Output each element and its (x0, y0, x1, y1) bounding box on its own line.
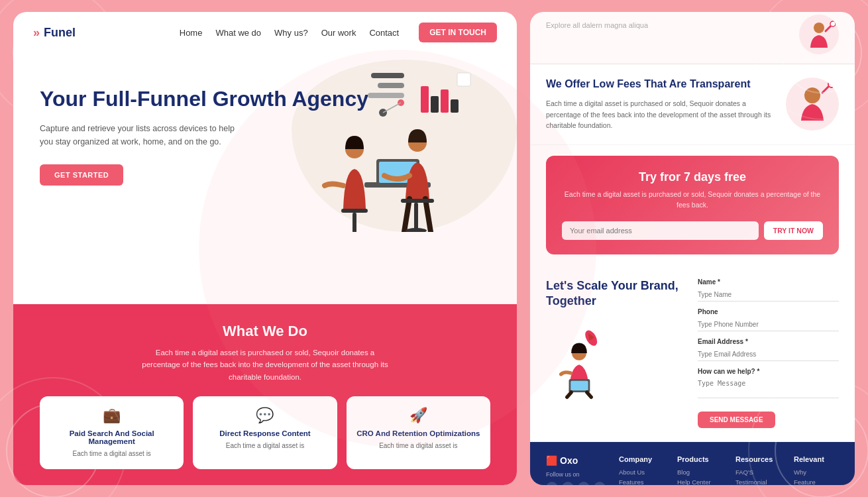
email-label: Email Address * (698, 338, 839, 345)
hero-cta-button[interactable]: GET STARTED (40, 164, 123, 186)
form-group-name: Name * (698, 278, 839, 302)
feature-text: We Offer Low Fees That Are Transparent E… (546, 78, 775, 131)
footer-blog[interactable]: Blog (677, 469, 722, 476)
hero-svg (278, 53, 497, 232)
social-instagram[interactable]: ◉ (562, 482, 574, 485)
phone-label: Phone (698, 308, 839, 315)
main-container: » Funel Home What we do Why us? Our work… (0, 0, 868, 497)
contact-section: Let's Scale Your Brand, Together (530, 265, 855, 442)
logo[interactable]: » Funel (33, 26, 76, 40)
svg-rect-39 (570, 381, 588, 391)
svg-rect-26 (353, 213, 356, 232)
service-card-1: 💼 Paid Search And Social Management Each… (40, 396, 184, 469)
footer-testimonial[interactable]: Testimonial (735, 478, 781, 485)
contact-form: Name * Phone Email Address * (698, 278, 839, 428)
service-card-1-title: Paid Search And Social Management (49, 429, 174, 445)
name-label: Name * (698, 278, 839, 286)
svg-rect-10 (378, 83, 404, 88)
footer-col-resources: Resources FAQ'S Testimonial Terms & Cond… (735, 455, 781, 485)
social-twitter[interactable]: t (578, 482, 590, 485)
service-card-3-desc: Each time a digital asset is (356, 441, 481, 451)
service-card-2-desc: Each time a digital asset is (202, 441, 327, 451)
svg-point-31 (814, 23, 824, 33)
hero-subtitle: Capture and retrieve your lists across d… (40, 122, 239, 148)
contact-title: Let's Scale Your Brand, Together (546, 278, 687, 309)
nav-contact[interactable]: Contact (369, 28, 399, 38)
footer-socials: f ◉ t ▶ (546, 482, 606, 485)
footer-follow-text: Follow us on (546, 471, 606, 478)
nav-our-work[interactable]: Our work (321, 28, 356, 38)
top-fade-image (799, 15, 839, 54)
footer-col-products: Products Blog Help Center Contact (677, 455, 722, 485)
form-group-email: Email Address * (698, 338, 839, 361)
service-cards: 💼 Paid Search And Social Management Each… (40, 396, 490, 469)
trial-email-input[interactable] (562, 221, 759, 240)
trial-title: Try fror 7 days free (562, 170, 823, 184)
nav-why-us[interactable]: Why us? (274, 28, 308, 38)
right-top-fade: Explore all dalern magna aliqua (530, 12, 855, 64)
svg-line-30 (383, 103, 401, 113)
footer-col-relevant: Relevant Why Feature Customer (794, 455, 839, 485)
service-card-2-icon: 💬 (202, 407, 327, 424)
footer-features[interactable]: Features (619, 478, 664, 485)
svg-rect-25 (341, 209, 368, 213)
form-group-message: How can we help? * (698, 368, 839, 401)
feature-image (786, 78, 839, 131)
svg-rect-13 (431, 96, 439, 113)
nav-home[interactable]: Home (180, 28, 203, 38)
svg-point-23 (406, 228, 427, 232)
svg-rect-22 (414, 203, 418, 229)
nav-cta-button[interactable]: GET IN TOUCH (419, 23, 497, 42)
email-input[interactable] (698, 348, 839, 361)
phone-input[interactable] (698, 318, 839, 331)
service-card-1-icon: 💼 (49, 407, 174, 424)
svg-point-34 (828, 81, 835, 87)
social-facebook[interactable]: f (546, 482, 558, 485)
pink-section-desc: Each time a digital asset is purchased o… (139, 347, 391, 383)
send-message-button[interactable]: SEND MESSAGE (698, 412, 775, 428)
footer-about[interactable]: About Us (619, 469, 664, 476)
social-youtube[interactable]: ▶ (594, 482, 606, 485)
footer-faqs[interactable]: FAQ'S (735, 469, 781, 476)
service-card-2: 💬 Direct Response Content Each time a di… (193, 396, 337, 469)
logo-text: Funel (44, 26, 76, 40)
footer: 🟥 Oxo Follow us on f ◉ t ▶ Company About… (530, 442, 855, 485)
footer-products-title: Products (677, 455, 722, 463)
feature-desc: Each time a digital asset is purchased o… (546, 98, 775, 131)
logo-icon: » (33, 26, 40, 40)
footer-col-company: Company About Us Features Pricing (619, 455, 664, 485)
nav-links: Home What we do Why us? Our work Contact (180, 28, 399, 38)
svg-rect-12 (421, 86, 429, 113)
hero-illustration (265, 53, 504, 239)
footer-feature[interactable]: Feature (794, 478, 839, 485)
footer-logo-text: Oxo (560, 455, 578, 466)
nav-what-we-do[interactable]: What we do (215, 28, 261, 38)
footer-why[interactable]: Why (794, 469, 839, 476)
footer-help-center[interactable]: Help Center (677, 478, 722, 485)
name-input[interactable] (698, 288, 839, 302)
svg-rect-14 (441, 89, 449, 113)
service-card-2-title: Direct Response Content (202, 429, 327, 437)
feature-title: We Offer Low Fees That Are Transparent (546, 78, 775, 91)
svg-point-33 (804, 87, 820, 103)
svg-rect-15 (451, 99, 459, 113)
right-panel: Explore all dalern magna aliqua We Offer… (530, 12, 855, 485)
trial-section: Try fror 7 days free Each time a digital… (546, 156, 839, 254)
left-panel: » Funel Home What we do Why us? Our work… (13, 12, 517, 485)
service-card-1-desc: Each time a digital asset is (49, 449, 174, 459)
message-label: How can we help? * (698, 368, 839, 375)
hero-section: Your Full-Funnel Growth Agency Capture a… (13, 53, 517, 304)
trial-form: TRY IT NOW (562, 221, 823, 240)
trial-submit-button[interactable]: TRY IT NOW (764, 221, 823, 240)
footer-company-title: Company (619, 455, 664, 463)
navbar: » Funel Home What we do Why us? Our work… (13, 12, 517, 53)
form-group-phone: Phone (698, 308, 839, 331)
footer-logo: 🟥 Oxo (546, 455, 606, 466)
pink-section: What We Do Each time a digital asset is … (13, 304, 517, 485)
contact-illustration (546, 319, 612, 399)
pink-section-title: What We Do (40, 323, 490, 340)
svg-point-32 (830, 21, 836, 27)
message-textarea[interactable] (698, 377, 839, 398)
svg-rect-11 (368, 93, 404, 98)
service-card-3-icon: 🚀 (356, 407, 481, 424)
